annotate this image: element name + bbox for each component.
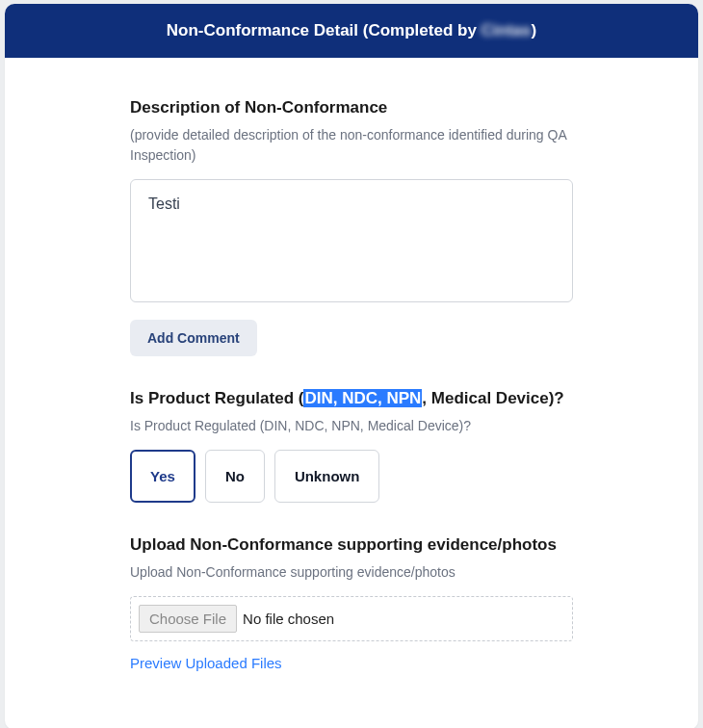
add-comment-button[interactable]: Add Comment (130, 320, 257, 356)
regulated-option-yes[interactable]: Yes (130, 450, 195, 503)
regulated-section: Is Product Regulated (DIN, NDC, NPN, Med… (130, 389, 573, 503)
description-section: Description of Non-Conformance (provide … (130, 98, 573, 356)
regulated-title: Is Product Regulated (DIN, NDC, NPN, Med… (130, 389, 573, 408)
header-title-post: ) (532, 21, 537, 39)
header-title-pre: Non-Conformance Detail (Completed by (167, 21, 482, 39)
file-status-text: No file chosen (243, 611, 334, 627)
choose-file-button[interactable]: Choose File (139, 605, 237, 633)
upload-section: Upload Non-Conformance supporting eviden… (130, 535, 573, 672)
description-textarea[interactable] (130, 179, 573, 302)
preview-uploaded-link[interactable]: Preview Uploaded Files (130, 655, 282, 671)
regulated-title-post: , Medical Device)? (422, 389, 563, 407)
description-hint: (provide detailed description of the non… (130, 125, 573, 166)
card-header: Non-Conformance Detail (Completed by Cin… (5, 4, 698, 58)
upload-title: Upload Non-Conformance supporting eviden… (130, 535, 573, 555)
regulated-options: Yes No Unknown (130, 450, 573, 503)
nonconformance-card: Non-Conformance Detail (Completed by Cin… (5, 4, 698, 728)
regulated-hint: Is Product Regulated (DIN, NDC, NPN, Med… (130, 416, 573, 436)
description-title: Description of Non-Conformance (130, 98, 573, 117)
regulated-option-no[interactable]: No (205, 450, 265, 503)
regulated-option-unknown[interactable]: Unknown (274, 450, 380, 503)
regulated-title-pre: Is Product Regulated ( (130, 389, 303, 407)
regulated-title-highlight: DIN, NDC, NPN (303, 389, 422, 407)
upload-hint: Upload Non-Conformance supporting eviden… (130, 562, 573, 583)
header-title-name: Cintas (482, 21, 532, 39)
card-body: Description of Non-Conformance (provide … (5, 58, 698, 728)
upload-dropzone[interactable]: Choose File No file chosen (130, 596, 573, 641)
